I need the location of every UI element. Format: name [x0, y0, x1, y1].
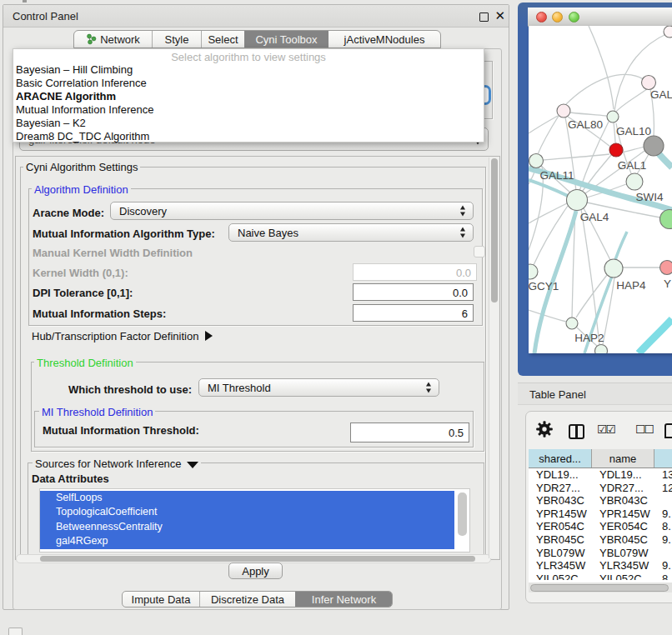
network-edge[interactable]: [570, 112, 607, 116]
settings-vertical-scrollbar[interactable]: [489, 158, 499, 558]
hscrollbar-thumb[interactable]: [40, 556, 475, 562]
network-node-GAL11[interactable]: [529, 154, 544, 168]
node-label-HAP2: HAP2: [574, 332, 604, 344]
table-row[interactable]: YBR045CYBR045C9.: [529, 533, 672, 547]
network-node-top-cut[interactable]: [664, 26, 672, 38]
network-node-bottom-cut[interactable]: [595, 345, 608, 354]
table-cell: 8.: [654, 520, 672, 532]
tab-network[interactable]: Network: [74, 31, 152, 48]
tab-label: Network: [100, 33, 140, 46]
table-cell: YPR145W: [529, 508, 592, 520]
table-horizontal-scrollbar[interactable]: [529, 582, 672, 592]
kernel-width-field[interactable]: 0.0: [353, 263, 477, 281]
mi-threshold-field[interactable]: 0.5: [350, 422, 469, 442]
table-hscrollbar-thumb[interactable]: [530, 584, 669, 592]
mac-minimize-button[interactable]: [552, 12, 563, 22]
dropdown-item-dream8-dc-tdc-algorithm[interactable]: Dream8 DC_TDC Algorithm: [13, 130, 484, 143]
network-node-right-green[interactable]: [660, 210, 672, 229]
gear-icon[interactable]: [536, 421, 553, 438]
network-edge[interactable]: [529, 310, 566, 322]
table-row[interactable]: YIL052CYIL052C8.: [529, 572, 672, 580]
column-header-name[interactable]: name: [592, 449, 654, 468]
list-vertical-scrollbar[interactable]: [458, 492, 467, 536]
mac-close-button[interactable]: [536, 12, 547, 22]
dpi-tolerance-field[interactable]: 0.0: [353, 283, 474, 301]
network-edge[interactable]: [565, 74, 649, 105]
document-icon[interactable]: [664, 423, 672, 438]
tab-cyni-toolbox[interactable]: Cyni Toolbox: [244, 31, 328, 48]
checked-pair-icon[interactable]: ☑☑: [597, 422, 614, 436]
network-edge[interactable]: [622, 147, 644, 152]
columns-icon[interactable]: [569, 424, 584, 439]
apply-button[interactable]: Apply: [228, 562, 283, 579]
aracne-mode-combobox[interactable]: Discovery: [110, 202, 474, 220]
table-row[interactable]: YDR27...YDR27...12: [529, 482, 672, 495]
dropdown-item-bayesian-k2[interactable]: Bayesian – K2: [13, 117, 484, 130]
network-node-HAP2[interactable]: [566, 318, 578, 329]
attribute-item-gal4rgexp[interactable]: gal4RGexp: [40, 534, 454, 548]
table-row[interactable]: YLR345WYLR345W9.: [529, 559, 672, 572]
network-edge[interactable]: [581, 209, 599, 344]
close-icon[interactable]: ✕: [494, 8, 505, 23]
dropdown-item-aracne-algorithm[interactable]: ARACNE Algorithm: [13, 90, 484, 103]
network-edge[interactable]: [616, 89, 647, 112]
vscrollbar-thumb[interactable]: [491, 158, 498, 302]
mi-algorithm-type-combobox[interactable]: Naive Bayes: [228, 223, 474, 242]
network-node-SWI4[interactable]: [626, 173, 643, 190]
data-attributes-list[interactable]: SelfLoopsTopologicalCoefficientBetweenne…: [39, 488, 470, 552]
network-canvas[interactable]: GAL2GAL80GAL10GAL1GAL11SWI4GAL4GCY1HAP4Y…: [529, 26, 672, 353]
column-header-clipped[interactable]: [654, 449, 672, 468]
table-row[interactable]: YBR043CYBR043C: [529, 494, 672, 508]
network-node-GAL2[interactable]: [642, 76, 656, 90]
table-cell: YPR145W: [592, 508, 654, 520]
float-window-icon[interactable]: [479, 12, 489, 22]
mi-steps-field[interactable]: 6: [353, 304, 474, 322]
mac-zoom-button[interactable]: [569, 12, 579, 22]
dropdown-item-bayesian-hill-climbing[interactable]: Bayesian – Hill Climbing: [13, 63, 484, 77]
attribute-item-betweennesscentrality[interactable]: BetweennessCentrality: [40, 520, 454, 534]
network-node-GAL80[interactable]: [557, 104, 570, 118]
table-row[interactable]: YPR145WYPR145W9.: [529, 508, 672, 521]
dropdown-item-basic-correlation-inference[interactable]: Basic Correlation Inference: [13, 77, 484, 90]
network-edge[interactable]: [639, 319, 672, 353]
bottom-tabbar: Impute DataDiscretize DataInfer Network: [122, 591, 393, 608]
column-header-shared[interactable]: shared...: [529, 449, 592, 468]
which-threshold-value: MI Threshold: [208, 382, 271, 394]
mi-threshold-value: 0.5: [449, 427, 464, 439]
attribute-item-selfloops[interactable]: SelfLoops: [40, 491, 454, 505]
hub-section-header[interactable]: Hub/Transcription Factor Definition: [32, 330, 213, 342]
network-node-GAL1[interactable]: [609, 143, 623, 157]
manual-kernel-width-checkbox[interactable]: [474, 246, 485, 258]
attribute-item-topologicalcoefficient[interactable]: TopologicalCoefficient: [40, 505, 454, 519]
tab-style[interactable]: Style: [152, 31, 201, 48]
tab-select[interactable]: Select: [201, 31, 244, 48]
network-node-HAP4[interactable]: [604, 259, 623, 278]
table-row[interactable]: YER054CYER054C8.: [529, 520, 672, 533]
bottom-tab-discretize-data[interactable]: Discretize Data: [199, 592, 295, 607]
bottom-tab-impute-data[interactable]: Impute Data: [123, 592, 199, 607]
table-cell: YIL052C: [529, 572, 592, 580]
table-cell: 8.: [654, 572, 672, 580]
network-edge[interactable]: [529, 203, 567, 223]
sources-section-header[interactable]: Sources for Network Inference: [33, 458, 201, 470]
which-threshold-combobox[interactable]: MI Threshold: [198, 378, 439, 397]
network-edge[interactable]: [614, 122, 615, 143]
clipped-toolbar-fragment: [23, 0, 27, 2]
network-node-salmon-node[interactable]: [660, 261, 672, 275]
network-edge[interactable]: [529, 180, 568, 196]
table-row[interactable]: YDL19...YDL19...13: [529, 468, 672, 482]
network-view-window: GAL2GAL80GAL10GAL1GAL11SWI4GAL4GCY1HAP4Y…: [518, 2, 672, 376]
network-node-GAL4[interactable]: [567, 190, 588, 211]
network-edge[interactable]: [589, 26, 614, 109]
network-node-GCY1[interactable]: [529, 264, 538, 279]
network-edge[interactable]: [543, 154, 609, 160]
network-node-GAL10[interactable]: [607, 111, 619, 122]
tab-jactivemnodules[interactable]: jActiveMNodules: [328, 31, 440, 48]
network-node-gray-node[interactable]: [644, 136, 664, 156]
table-row[interactable]: YBL079WYBL079W: [529, 546, 672, 559]
kernel-width-value: 0.0: [456, 266, 471, 278]
bottom-tab-infer-network[interactable]: Infer Network: [295, 592, 392, 607]
table-cell: 9.: [654, 508, 672, 520]
dropdown-item-mutual-information-inference[interactable]: Mutual Information Inference: [13, 103, 484, 117]
unchecked-pair-icon[interactable]: ☐☐: [635, 422, 653, 436]
